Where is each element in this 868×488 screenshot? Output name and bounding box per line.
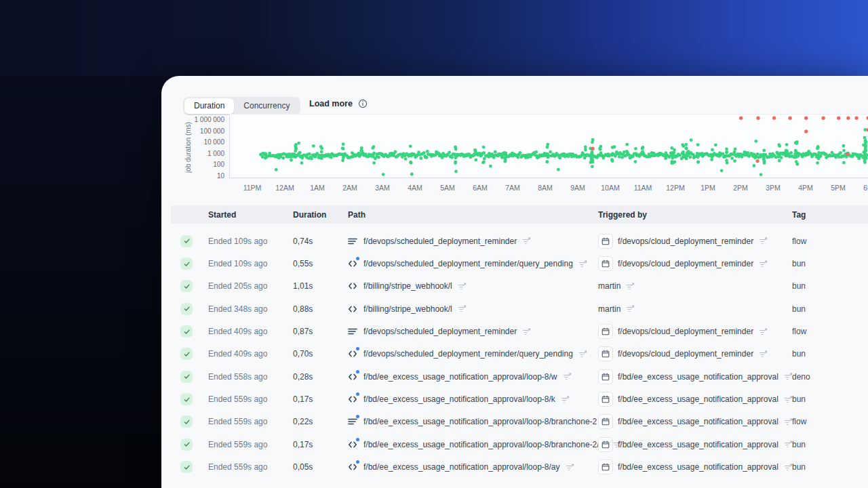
header-tag: Tag — [792, 210, 806, 220]
path-link[interactable]: f/bd/ee_excess_usage_notification_approv… — [363, 462, 560, 472]
cache-dot-icon — [356, 415, 359, 418]
success-check-icon — [180, 303, 193, 315]
flow-icon — [348, 327, 357, 336]
table-row[interactable]: Ended 109s ago 0,74s f/devops/scheduled_… — [171, 230, 868, 252]
triggered-by-label: f/devops/cloud_deployment_reminder — [618, 349, 753, 359]
header-triggered-by: Triggered by — [598, 210, 647, 220]
filter-icon[interactable] — [784, 418, 793, 426]
triggered-by-cell: f/bd/ee_excess_usage_notification_approv… — [598, 414, 793, 429]
triggered-by-label: f/bd/ee_excess_usage_notification_approv… — [618, 462, 778, 472]
tab-concurrency[interactable]: Concurrency — [234, 98, 299, 114]
triggered-by-label: martin — [598, 281, 620, 291]
path-cell: f/devops/scheduled_deployment_reminder/q… — [348, 349, 587, 359]
filter-icon[interactable] — [458, 282, 467, 291]
filter-icon[interactable] — [784, 372, 793, 381]
filter-icon[interactable] — [759, 260, 768, 268]
started-cell: Ended 558s ago — [208, 372, 267, 382]
table-row[interactable]: Ended 409s ago 0,87s f/devops/scheduled_… — [171, 320, 868, 342]
filter-icon[interactable] — [578, 260, 587, 268]
tag-cell: deno — [792, 372, 810, 382]
duration-cell: 0,74s — [293, 237, 313, 246]
filter-icon[interactable] — [561, 395, 570, 404]
filter-icon[interactable] — [784, 395, 793, 404]
success-check-icon — [180, 348, 193, 360]
filter-icon[interactable] — [759, 237, 768, 245]
table-row[interactable]: Ended 559s ago 0,17s f/bd/ee_excess_usag… — [171, 388, 868, 410]
tag-cell: bun — [792, 462, 806, 472]
cache-dot-icon — [356, 460, 359, 464]
schedule-icon — [598, 324, 613, 339]
info-icon[interactable] — [358, 99, 368, 108]
path-link[interactable]: f/devops/scheduled_deployment_reminder — [363, 237, 517, 246]
tag-cell: bun — [792, 349, 806, 359]
table-row[interactable]: Ended 559s ago 0,17s f/bd/ee_excess_usag… — [171, 433, 868, 455]
filter-icon[interactable] — [759, 327, 768, 336]
filter-icon[interactable] — [522, 327, 531, 336]
table-header: Started Duration Path Triggered by Tag — [171, 205, 868, 224]
chart-plot-area — [229, 114, 868, 178]
duration-cell: 0,70s — [293, 349, 313, 359]
tag-cell: bun — [792, 259, 806, 268]
filter-icon[interactable] — [458, 304, 467, 313]
triggered-by-cell: martin — [598, 304, 635, 314]
table-row[interactable]: Ended 348s ago 0,88s f/billing/stripe_we… — [171, 298, 868, 320]
duration-cell: 0,17s — [293, 440, 313, 449]
table-row[interactable]: Ended 409s ago 0,70s f/devops/scheduled_… — [171, 343, 868, 365]
path-link[interactable]: f/bd/ee_excess_usage_notification_approv… — [363, 394, 555, 404]
cache-dot-icon — [356, 347, 359, 350]
path-cell: f/devops/scheduled_deployment_reminder — [348, 237, 531, 246]
triggered-by-cell: f/bd/ee_excess_usage_notification_approv… — [598, 460, 793, 474]
filter-icon[interactable] — [626, 282, 635, 291]
filter-icon[interactable] — [784, 440, 793, 449]
path-link[interactable]: f/billing/stripe_webhook/l — [363, 281, 452, 291]
script-icon — [348, 372, 357, 382]
path-cell: f/devops/scheduled_deployment_reminder — [348, 327, 531, 336]
triggered-by-cell: f/bd/ee_excess_usage_notification_approv… — [598, 437, 793, 452]
table-row[interactable]: Ended 559s ago 0,22s f/bd/ee_excess_usag… — [171, 411, 868, 433]
chart-tabs: Duration Concurrency — [183, 97, 300, 115]
path-link[interactable]: f/devops/scheduled_deployment_reminder/q… — [363, 259, 573, 268]
path-link[interactable]: f/bd/ee_excess_usage_notification_approv… — [363, 440, 608, 449]
load-more-button[interactable]: Load more — [309, 99, 353, 108]
table-row[interactable]: Ended 205s ago 1,01s f/billing/stripe_we… — [171, 275, 868, 298]
path-cell: f/bd/ee_excess_usage_notification_approv… — [348, 440, 622, 449]
table-row[interactable]: Ended 109s ago 0,55s f/devops/scheduled_… — [171, 252, 868, 274]
schedule-icon — [598, 234, 613, 249]
script-icon — [348, 349, 357, 359]
success-check-icon — [180, 280, 193, 292]
started-cell: Ended 348s ago — [208, 304, 267, 314]
started-cell: Ended 109s ago — [208, 237, 267, 246]
filter-icon[interactable] — [566, 463, 574, 472]
started-cell: Ended 109s ago — [208, 259, 267, 268]
table-row[interactable]: Ended 558s ago 0,28s f/bd/ee_excess_usag… — [171, 365, 868, 388]
success-check-icon — [180, 415, 193, 428]
filter-icon[interactable] — [578, 350, 587, 359]
filter-icon[interactable] — [522, 237, 531, 245]
schedule-icon — [598, 437, 613, 452]
filter-icon[interactable] — [784, 463, 793, 472]
path-link[interactable]: f/bd/ee_excess_usage_notification_approv… — [363, 417, 597, 426]
triggered-by-label: f/devops/cloud_deployment_reminder — [618, 327, 753, 336]
tab-duration[interactable]: Duration — [184, 98, 234, 114]
duration-cell: 0,88s — [293, 304, 313, 314]
path-link[interactable]: f/billing/stripe_webhook/l — [363, 304, 452, 314]
filter-icon[interactable] — [626, 304, 635, 313]
started-cell: Ended 559s ago — [208, 394, 267, 404]
success-check-icon — [180, 461, 193, 473]
started-cell: Ended 409s ago — [208, 349, 267, 359]
path-link[interactable]: f/devops/scheduled_deployment_reminder/q… — [363, 349, 573, 359]
cache-dot-icon — [356, 257, 359, 260]
script-icon — [348, 304, 357, 314]
path-link[interactable]: f/devops/scheduled_deployment_reminder — [363, 327, 517, 336]
path-link[interactable]: f/bd/ee_excess_usage_notification_approv… — [363, 372, 557, 382]
started-cell: Ended 559s ago — [208, 440, 267, 449]
schedule-icon — [598, 256, 613, 271]
y-tick-label: 100 — [177, 161, 224, 168]
filter-icon[interactable] — [759, 350, 768, 359]
table-row[interactable]: Ended 559s ago 0,05s f/bd/ee_excess_usag… — [171, 455, 868, 478]
schedule-icon — [598, 392, 613, 407]
filter-icon[interactable] — [563, 372, 572, 381]
duration-cell: 1,01s — [293, 281, 313, 291]
triggered-by-label: f/bd/ee_excess_usage_notification_approv… — [618, 417, 778, 426]
schedule-icon — [598, 346, 613, 361]
